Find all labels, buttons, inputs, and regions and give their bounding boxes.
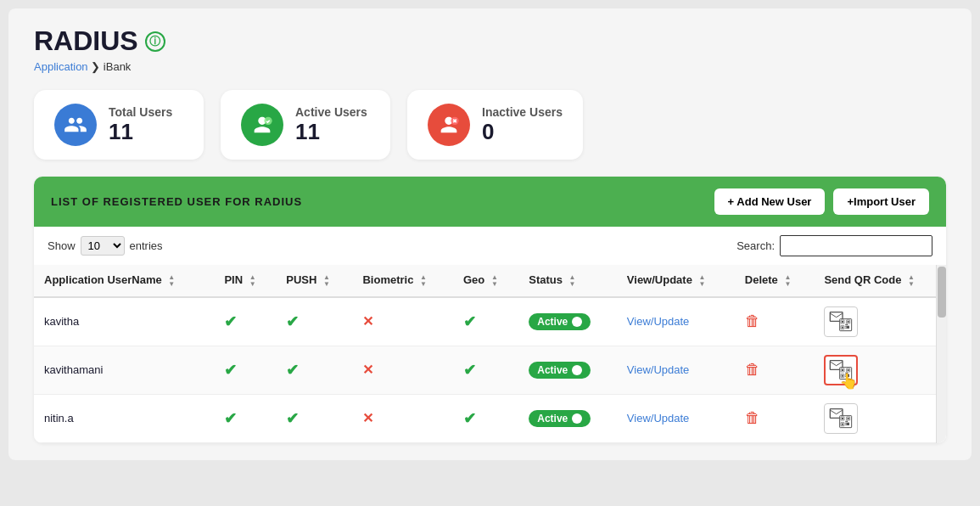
sort-qr[interactable]: ▲▼ [908, 274, 915, 288]
svg-rect-5 [842, 321, 843, 323]
search-label: Search: [736, 239, 775, 252]
info-icon[interactable]: ⓘ [145, 31, 165, 52]
check-icon: ✔ [463, 410, 476, 427]
sort-view-update[interactable]: ▲▼ [699, 274, 706, 288]
delete-icon: 🗑 [745, 361, 760, 378]
col-delete: Delete ▲▼ [735, 265, 815, 297]
breadcrumb-app-link[interactable]: Application [34, 60, 88, 73]
cross-icon: ✕ [362, 363, 373, 377]
sort-delete[interactable]: ▲▼ [784, 274, 791, 288]
col-pin: PIN ▲▼ [214, 265, 276, 297]
search-input[interactable] [780, 235, 932, 256]
entries-label: entries [130, 239, 163, 252]
pin-cell: ✔ [214, 394, 276, 442]
svg-rect-25 [846, 374, 847, 374]
toggle-dot [572, 317, 582, 327]
delete-button[interactable]: 🗑 [745, 361, 760, 379]
col-status: Status ▲▼ [518, 265, 617, 297]
svg-rect-14 [846, 327, 847, 328]
view-update-cell: View/Update [617, 297, 735, 346]
sort-push[interactable]: ▲▼ [323, 274, 330, 288]
view-update-link[interactable]: View/Update [627, 412, 689, 424]
username-cell: nitin.a [34, 394, 214, 442]
qr-cell [814, 394, 946, 442]
import-user-button[interactable]: +Import User [833, 188, 929, 215]
svg-rect-12 [846, 325, 847, 326]
show-entries: Show 10 25 50 100 entries [48, 236, 163, 256]
check-icon: ✔ [224, 410, 237, 427]
table-row: kavithamani ✔ ✔ ✕ ✔ Active View/Update 🗑 [34, 346, 946, 394]
breadcrumb-current: iBank [104, 60, 132, 73]
send-qr-button[interactable]: 👆 [824, 355, 858, 385]
search-box: Search: [736, 235, 932, 256]
stat-card-inactive: Inactive Users 0 [407, 90, 583, 160]
col-geo: Geo ▲▼ [453, 265, 518, 297]
send-qr-button[interactable] [824, 306, 858, 337]
table-row: kavitha ✔ ✔ ✕ ✔ Active View/Update 🗑 [34, 297, 946, 346]
entries-select[interactable]: 10 25 50 100 [81, 236, 125, 256]
username-cell: kavitha [34, 297, 214, 346]
stat-info-total: Total Users 11 [109, 105, 172, 145]
svg-rect-33 [848, 418, 849, 419]
active-users-value: 11 [295, 119, 367, 145]
scrollbar-thumb [938, 267, 946, 318]
table-section-title: LIST OF REGISTERED USER FOR RADIUS [51, 195, 302, 208]
sort-status[interactable]: ▲▼ [569, 274, 576, 288]
sort-geo[interactable]: ▲▼ [491, 274, 498, 288]
status-cell: Active [518, 297, 617, 346]
toggle-dot [572, 365, 582, 375]
inactive-users-label: Inactive Users [482, 105, 563, 119]
delete-cell: 🗑 [735, 297, 815, 346]
col-push: PUSH ▲▼ [276, 265, 352, 297]
svg-rect-26 [847, 374, 849, 376]
add-new-user-button[interactable]: + Add New User [714, 188, 826, 215]
biometric-cell: ✕ [352, 297, 453, 346]
col-send-qr: Send QR Code ▲▼ [814, 265, 946, 297]
active-users-label: Active Users [295, 105, 367, 119]
sort-pin[interactable]: ▲▼ [249, 274, 256, 288]
table-row: nitin.a ✔ ✔ ✕ ✔ Active View/Update 🗑 [34, 394, 946, 442]
table-header-row: Application UserName ▲▼ PIN ▲▼ PUSH ▲▼ [34, 265, 946, 297]
view-update-link[interactable]: View/Update [627, 315, 689, 328]
svg-rect-20 [848, 369, 849, 371]
sort-username[interactable]: ▲▼ [168, 274, 175, 288]
check-icon: ✔ [286, 362, 299, 379]
pin-cell: ✔ [214, 346, 276, 394]
table-wrapper: Application UserName ▲▼ PIN ▲▼ PUSH ▲▼ [34, 265, 946, 443]
total-users-label: Total Users [109, 105, 172, 119]
push-cell: ✔ [276, 346, 352, 394]
inactive-users-icon [428, 104, 470, 146]
toggle-dot [572, 413, 582, 424]
breadcrumb: Application ❯ iBank [34, 60, 946, 73]
status-badge: Active [529, 362, 591, 379]
check-icon: ✔ [286, 313, 299, 330]
cross-icon: ✕ [362, 314, 373, 329]
check-icon: ✔ [463, 313, 476, 330]
svg-rect-23 [846, 372, 847, 373]
username-cell: kavithamani [34, 346, 214, 394]
delete-button[interactable]: 🗑 [745, 409, 760, 427]
app-title: RADIUS ⓘ [34, 25, 946, 57]
check-icon: ✔ [286, 410, 299, 427]
status-cell: Active [518, 346, 617, 394]
sort-biometric[interactable]: ▲▼ [420, 274, 427, 288]
header-buttons: + Add New User +Import User [714, 188, 929, 215]
total-users-value: 11 [109, 119, 172, 145]
check-icon: ✔ [224, 362, 237, 379]
table-body: kavitha ✔ ✔ ✕ ✔ Active View/Update 🗑 [34, 297, 946, 443]
header-section: RADIUS ⓘ Application ❯ iBank [34, 25, 946, 73]
table-header-bar: LIST OF REGISTERED USER FOR RADIUS + Add… [34, 177, 946, 227]
view-update-cell: View/Update [617, 346, 735, 394]
qr-cell [814, 297, 946, 346]
svg-rect-13 [847, 325, 849, 328]
delete-button[interactable]: 🗑 [745, 312, 760, 330]
svg-rect-31 [842, 418, 843, 419]
svg-rect-36 [846, 420, 847, 421]
scrollbar[interactable] [936, 265, 946, 443]
svg-rect-39 [847, 422, 849, 424]
push-cell: ✔ [276, 394, 352, 442]
send-qr-button[interactable] [824, 403, 858, 434]
view-update-link[interactable]: View/Update [627, 363, 689, 376]
biometric-cell: ✕ [352, 346, 453, 394]
col-view-update: View/Update ▲▼ [617, 265, 735, 297]
